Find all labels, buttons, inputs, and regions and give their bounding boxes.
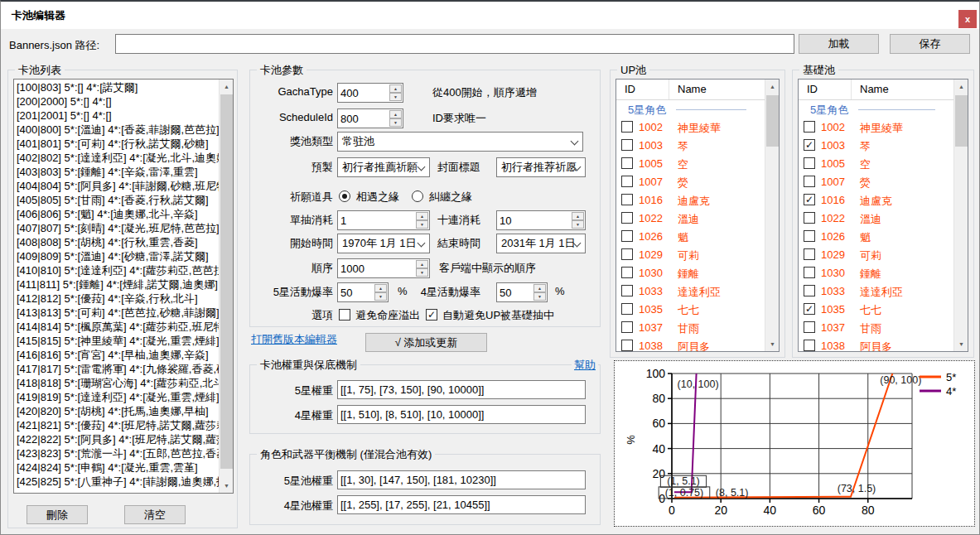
end-time-picker[interactable]: 2031年 1月 1日 — [496, 234, 586, 253]
base-pool-table[interactable]: ID Name 5星角色 1002神里綾華✓1003琴1005空1007熒✓10… — [798, 79, 968, 352]
character-row[interactable]: 1005空 — [799, 155, 953, 173]
gachatype-input[interactable]: ▲▼ — [337, 83, 403, 103]
five-star-weight-value[interactable] — [338, 381, 585, 398]
row-checkbox[interactable] — [621, 267, 633, 278]
spinner-down-icon[interactable]: ▼ — [533, 292, 546, 301]
character-row[interactable]: ✓1016迪盧克 — [799, 191, 953, 210]
four-star-weight-input[interactable] — [337, 405, 586, 424]
pool-list-item[interactable]: [406|806] 5*:[魈] 4*:[迪奧娜,北斗,辛焱] — [14, 207, 219, 221]
pool-list-item[interactable]: [200|2000] 5*:[] 4*:[] — [14, 94, 219, 108]
spinner-up-icon[interactable]: ▲ — [389, 84, 402, 93]
row-checkbox[interactable] — [804, 176, 815, 187]
character-row[interactable]: 1038阿貝多 — [616, 337, 765, 351]
row-checkbox[interactable] — [621, 285, 633, 296]
row-checkbox[interactable] — [621, 121, 633, 133]
row-checkbox[interactable] — [804, 267, 815, 278]
row-checkbox[interactable] — [621, 176, 633, 187]
pool-list-item[interactable]: [422|822] 5*:[阿貝多] 4*:[班尼特,諾艾爾,蘿莎莉亞] — [14, 432, 219, 446]
pool-list-item[interactable]: [420|820] 5*:[胡桃] 4*:[托馬,迪奧娜,早柚] — [14, 404, 219, 418]
character-row[interactable]: 1007熒 — [799, 173, 953, 191]
character-row[interactable]: 1007熒 — [616, 173, 765, 191]
spinner-up-icon[interactable]: ▲ — [533, 284, 546, 292]
pool-list-item[interactable]: [201|2001] 5*:[] 4*:[] — [14, 108, 219, 123]
four-star-pool-weight-input[interactable] — [337, 495, 586, 514]
character-row[interactable]: 1037甘雨 — [616, 319, 765, 337]
scrollbar-down-icon[interactable]: ▼ — [954, 337, 968, 351]
pool-list-item[interactable]: [403|803] 5*:[鍾離] 4*:[辛焱,雷澤,重雲] — [14, 165, 219, 179]
scrollbar-thumb[interactable] — [955, 95, 968, 147]
character-row[interactable]: 1033達達利亞 — [616, 282, 765, 301]
five-star-pool-weight-input[interactable] — [337, 470, 586, 489]
pool-list-item[interactable]: [411|811] 5*:[鍾離] 4*:[煙緋,諾艾爾,迪奧娜] — [14, 277, 219, 292]
row-checkbox[interactable] — [621, 248, 633, 260]
pool-list-item[interactable]: [401|801] 5*:[可莉] 4*:[行秋,諾艾爾,砂糖] — [14, 137, 219, 151]
pool-list-item[interactable]: [400|800] 5*:[溫迪] 4*:[香菱,菲謝爾,芭芭拉] — [14, 123, 219, 137]
pool-list-item[interactable]: [418|818] 5*:[珊瑚宮心海] 4*:[蘿莎莉亞,北斗,行秋] — [14, 376, 219, 390]
pool-list-item[interactable]: [410|810] 5*:[達達利亞] 4*:[蘿莎莉亞,芭芭拉,菲謝爾] — [14, 263, 219, 277]
close-button[interactable]: x — [958, 10, 977, 28]
order-input[interactable]: ▲▼ — [337, 258, 430, 278]
character-row[interactable]: 1003琴 — [616, 137, 765, 155]
scrollbar-thumb[interactable] — [766, 95, 779, 147]
scrollbar-up-icon[interactable]: ▲ — [220, 80, 234, 94]
spinner-down-icon[interactable]: ▼ — [572, 220, 584, 229]
pool-list-item[interactable]: [423|823] 5*:[荒瀧一斗] 4*:[五郎,芭芭拉,香菱] — [14, 446, 219, 460]
spinner-up-icon[interactable]: ▲ — [389, 110, 402, 118]
character-row[interactable]: ✓1003琴 — [799, 137, 953, 155]
character-row[interactable]: ✓1035七七 — [799, 301, 953, 319]
checkbox-auto-avoid-up-in-base[interactable]: ✓ — [426, 309, 437, 321]
up-pool-table[interactable]: ID Name 5星角色 1002神里綾華1003琴1005空1007熒1016… — [616, 79, 780, 352]
row-checkbox[interactable] — [621, 194, 633, 205]
pool-list-item[interactable]: [419|819] 5*:[達達利亞] 4*:[凝光,重雲,煙緋] — [14, 390, 219, 404]
scrollbar-down-icon[interactable]: ▼ — [220, 479, 234, 493]
spinner-up-icon[interactable]: ▲ — [374, 284, 387, 292]
pool-list-scrollbar[interactable]: ▲ ▼ — [219, 80, 233, 493]
scrollbar-thumb[interactable] — [220, 94, 233, 469]
pool-list-item[interactable]: [405|805] 5*:[甘雨] 4*:[香菱,行秋,諾艾爾] — [14, 193, 219, 207]
radio-acquaint-fate[interactable] — [339, 190, 350, 202]
character-row[interactable]: 1002神里綾華 — [799, 118, 953, 137]
character-row[interactable]: 1016迪盧克 — [616, 191, 765, 210]
row-checkbox[interactable] — [621, 321, 633, 333]
load-button[interactable]: 加載 — [799, 34, 879, 54]
row-checkbox[interactable] — [804, 285, 815, 296]
pool-list-item[interactable]: [408|808] 5*:[胡桃] 4*:[行秋,重雲,香菱] — [14, 235, 219, 249]
character-row[interactable]: 1022溫迪 — [616, 210, 765, 228]
scrollbar-down-icon[interactable]: ▼ — [765, 337, 780, 351]
pool-list-item[interactable]: [416|816] 5*:[宵宮] 4*:[早柚,迪奧娜,辛焱] — [14, 348, 219, 362]
radio-intertwined-fate[interactable] — [412, 190, 423, 202]
row-checkbox[interactable] — [621, 139, 633, 151]
checkbox-avoid-constellation-overflow[interactable] — [339, 309, 350, 321]
character-row[interactable]: 1038阿貝多 — [799, 337, 953, 351]
character-row[interactable]: 1029可莉 — [799, 246, 953, 264]
row-checkbox-checked[interactable]: ✓ — [804, 303, 815, 315]
pool-list-item[interactable]: [100|803] 5*:[] 4*:[諾艾爾] — [14, 80, 219, 94]
pool-list-item[interactable]: [409|809] 5*:[溫迪] 4*:[砂糖,雷澤,諾艾爾] — [14, 249, 219, 263]
character-row[interactable]: 1030鍾離 — [616, 264, 765, 282]
character-row[interactable]: 1035七七 — [616, 301, 765, 319]
scrollbar-up-icon[interactable]: ▲ — [765, 80, 780, 94]
row-checkbox[interactable] — [804, 248, 815, 260]
pool-list[interactable]: [100|803] 5*:[] 4*:[諾艾爾][200|2000] 5*:[]… — [13, 79, 234, 494]
open-legacy-editor-link[interactable]: 打開舊版本編輯器 — [251, 332, 337, 347]
row-checkbox-checked[interactable]: ✓ — [804, 139, 815, 151]
pool-list-item[interactable]: [402|802] 5*:[達達利亞] 4*:[凝光,北斗,迪奧娜] — [14, 151, 219, 165]
help-link[interactable]: 幫助 — [572, 358, 598, 373]
four-star-weight-value[interactable] — [338, 406, 585, 423]
row-checkbox-checked[interactable]: ✓ — [804, 194, 815, 205]
pool-list-item[interactable]: [424|824] 5*:[申鶴] 4*:[凝光,重雲,雲堇] — [14, 460, 219, 475]
character-row[interactable]: 1005空 — [616, 155, 765, 173]
pool-list-item[interactable]: [413|813] 5*:[可莉] 4*:[芭芭拉,砂糖,菲謝爾] — [14, 306, 219, 320]
add-or-update-button[interactable]: √ 添加或更新 — [365, 333, 487, 352]
pool-list-item[interactable]: [417|817] 5*:[雷電將軍] 4*:[九條裟羅,香菱,砂糖] — [14, 362, 219, 376]
spinner-down-icon[interactable]: ▼ — [389, 93, 402, 101]
row-checkbox[interactable] — [804, 121, 815, 133]
row-checkbox[interactable] — [804, 157, 815, 169]
pool-type-select[interactable]: 常驻池 — [337, 132, 583, 152]
row-checkbox[interactable] — [621, 157, 633, 169]
character-row[interactable]: 1002神里綾華 — [616, 118, 765, 137]
five-star-weight-input[interactable] — [337, 380, 586, 399]
character-row[interactable]: 1026魈 — [616, 228, 765, 246]
character-row[interactable]: 1033達達利亞 — [799, 282, 953, 301]
banners-path-input[interactable] — [115, 34, 794, 54]
